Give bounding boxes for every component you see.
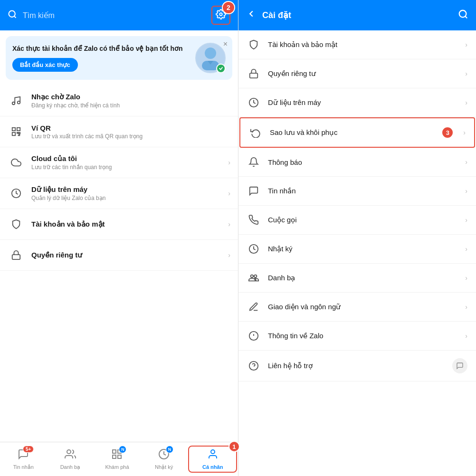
svg-rect-8 (17, 128, 20, 131)
step2-badge: 2 (222, 1, 235, 14)
avatar-block (195, 43, 226, 73)
right-search-icon[interactable] (458, 9, 468, 22)
bottom-tabs: 5+ Tin nhắn Danh bạ N Khám ph (0, 442, 238, 476)
setting-lien-he-ho-tro[interactable]: Liên hệ hỗ trợ (238, 351, 476, 381)
setting-label-danh-ba: Danh bạ (268, 274, 457, 282)
lock-setting-icon (247, 67, 260, 80)
setting-label-giao-dien: Giao diện và ngôn ngữ (268, 303, 457, 311)
tab-label-kham-pha: Khám phá (105, 464, 129, 470)
svg-rect-15 (118, 455, 121, 458)
shield-icon (8, 216, 25, 233)
verify-title: Xác thực tài khoản để Zalo có thể bảo vệ… (12, 44, 190, 54)
message-setting-icon (247, 184, 260, 198)
setting-label-quyen-rieng-tu: Quyền riêng tư (268, 69, 457, 78)
chevron-setting-thong-tin-zalo: › (465, 332, 467, 340)
tab-kham-pha[interactable]: N Khám phá (94, 447, 141, 472)
menu-subtitle-cloud: Lưu trữ các tin nhắn quan trọng (31, 164, 221, 171)
chevron-tai-khoan: › (228, 220, 230, 228)
menu-title-cloud: Cloud của tôi (31, 154, 221, 163)
menu-subtitle-vi-qr: Lưu trữ và xuất trình các mã QR quan trọ… (31, 133, 230, 140)
message-tab-icon: 5+ (18, 448, 29, 463)
chevron-setting-tai-khoan: › (465, 41, 467, 48)
setting-label-sao-luu-khoi-phuc: Sao lưu và khôi phục (270, 128, 431, 137)
verify-button[interactable]: Bắt đầu xác thực (12, 58, 78, 72)
setting-label-tai-khoan-bao-mat: Tài khoản và bảo mật (268, 40, 457, 49)
bell-setting-icon (247, 155, 260, 169)
setting-du-lieu-tren-may[interactable]: Dữ liệu trên máy › (238, 88, 476, 117)
search-icon (8, 10, 17, 21)
settings-list: Tài khoản và bảo mật › Quyền riêng tư › … (238, 30, 476, 476)
info-setting-icon (247, 329, 260, 343)
setting-cuoc-goi[interactable]: Cuộc gọi › (238, 206, 476, 235)
menu-item-vi-qr[interactable]: Ví QR Lưu trữ và xuất trình các mã QR qu… (0, 116, 238, 147)
chevron-setting-sao-luu: › (463, 129, 466, 136)
setting-tin-nhan[interactable]: Tin nhắn › (238, 177, 476, 206)
setting-label-cuoc-goi: Cuộc gọi (268, 216, 457, 224)
chevron-setting-danh-ba: › (465, 274, 467, 282)
svg-rect-11 (12, 255, 20, 259)
svg-point-19 (459, 10, 466, 17)
backup-setting-icon (249, 126, 262, 139)
chevron-setting-quyen-rieng-tu: › (465, 70, 467, 77)
menu-item-tai-khoan[interactable]: Tài khoản và bảo mật › (0, 209, 238, 240)
menu-title-vi-qr: Ví QR (31, 124, 230, 132)
lock-icon (8, 247, 25, 264)
svg-line-1 (14, 16, 16, 18)
menu-item-cloud[interactable]: Cloud của tôi Lưu trữ các tin nhắn quan … (0, 147, 238, 178)
profile-tab-icon (207, 448, 219, 463)
tin-nhan-badge: 5+ (23, 446, 34, 453)
setting-sao-luu-khoi-phuc[interactable]: Sao lưu và khôi phục 3 › (239, 117, 475, 148)
tab-label-ca-nhan: Cá nhân (202, 464, 223, 470)
setting-label-thong-bao: Thông báo (268, 158, 457, 166)
tab-ca-nhan[interactable]: Cá nhân 1 (188, 446, 237, 473)
setting-thong-bao[interactable]: Thông báo › (238, 148, 476, 177)
cloud-icon (8, 154, 25, 171)
setting-label-thong-tin-zalo: Thông tin về Zalo (268, 332, 457, 340)
svg-line-20 (465, 16, 467, 18)
setting-giao-dien[interactable]: Giao diện và ngôn ngữ › (238, 293, 476, 322)
svg-rect-21 (250, 73, 258, 78)
help-setting-icon (247, 359, 260, 372)
setting-danh-ba[interactable]: Danh bạ › (238, 264, 476, 293)
chevron-setting-nhat-ky: › (465, 245, 467, 253)
chat-bubble-icon (452, 358, 467, 373)
chevron-quyen-rieng-tu: › (228, 251, 230, 259)
setting-label-lien-he-ho-tro: Liên hệ hỗ trợ (268, 362, 445, 370)
svg-point-3 (205, 48, 216, 59)
svg-point-12 (67, 450, 71, 454)
explore-tab-icon: N (111, 448, 123, 463)
nhat-ky-badge: N (166, 446, 173, 453)
contacts-tab-icon (65, 448, 76, 463)
chevron-du-lieu: › (228, 190, 230, 197)
setting-nhat-ky[interactable]: Nhật ký › (238, 235, 476, 264)
search-placeholder: Tìm kiếm (23, 11, 206, 20)
diary-tab-icon: N (158, 448, 170, 463)
tab-tin-nhan[interactable]: 5+ Tin nhắn (0, 447, 47, 472)
back-button[interactable] (246, 9, 257, 22)
step3-badge: 3 (441, 126, 454, 139)
data-icon (8, 185, 25, 202)
menu-title-nhac-cho: Nhạc chờ Zalo (31, 93, 230, 101)
chevron-setting-giao-dien: › (465, 303, 467, 311)
avatar-check (216, 64, 226, 73)
tab-nhat-ky[interactable]: N Nhật ký (141, 447, 188, 472)
diary-setting-icon (247, 242, 260, 256)
close-button[interactable]: × (223, 40, 228, 48)
chevron-setting-thong-bao: › (465, 158, 467, 166)
menu-title-du-lieu: Dữ liệu trên máy (31, 185, 221, 194)
setting-thong-tin-zalo[interactable]: Thông tin về Zalo › (238, 322, 476, 351)
setting-quyen-rieng-tu[interactable]: Quyền riêng tư › (238, 59, 476, 88)
gear-button[interactable]: 2 (211, 6, 230, 25)
chevron-setting-tin-nhan: › (465, 187, 467, 195)
svg-rect-13 (113, 450, 116, 453)
verify-banner: Xác thực tài khoản để Zalo có thể bảo vệ… (6, 36, 232, 80)
menu-subtitle-du-lieu: Quản lý dữ liệu Zalo của bạn (31, 195, 221, 201)
menu-item-quyen-rieng-tu[interactable]: Quyền riêng tư › (0, 240, 238, 271)
menu-item-nhac-cho[interactable]: Nhạc chờ Zalo Đăng ký nhạc chờ, thể hiện… (0, 86, 238, 116)
tab-danh-ba[interactable]: Danh bạ (47, 447, 94, 472)
svg-point-2 (219, 13, 222, 16)
setting-tai-khoan-bao-mat[interactable]: Tài khoản và bảo mật › (238, 30, 476, 59)
shield-setting-icon (247, 38, 260, 51)
svg-point-18 (211, 450, 215, 454)
menu-item-du-lieu[interactable]: Dữ liệu trên máy Quản lý dữ liệu Zalo củ… (0, 178, 238, 209)
